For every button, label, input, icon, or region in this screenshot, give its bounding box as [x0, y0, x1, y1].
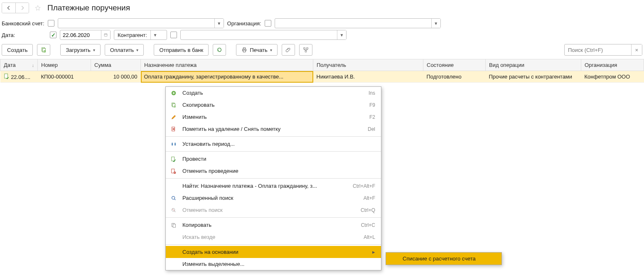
caret-down-icon: ▾ [136, 48, 138, 52]
cell-operation-type[interactable]: Прочие расчеты с контрагентами [486, 71, 581, 83]
col-sum-label: Сумма [94, 62, 111, 68]
cell-date-value: 22.06.... [11, 74, 30, 80]
bank-account-label: Банковский счет: [2, 20, 44, 27]
arrow-left-icon [6, 5, 12, 11]
printer-icon [241, 47, 247, 53]
col-operation-type-label: Вид операции [489, 62, 524, 68]
bank-account-input[interactable] [58, 19, 214, 28]
load-label: Загрузить [66, 47, 90, 53]
arrow-right-icon [20, 5, 25, 11]
org-label: Организация: [227, 20, 261, 27]
caret-down-icon: ▾ [93, 48, 95, 52]
send-to-bank-label: Отправить в банк [159, 47, 203, 53]
page-title: Платежные поручения [47, 3, 130, 12]
filter-row-1: Банковский счет: ▼ Организация: ▼ [0, 17, 644, 29]
date-input[interactable] [60, 30, 101, 39]
caret-down-icon: ▼ [217, 21, 221, 26]
paperclip-icon [285, 47, 291, 53]
structure-icon [303, 47, 309, 53]
svg-rect-11 [307, 48, 308, 49]
table-row[interactable]: 22.06.... КП00-000001 10 000,00 Оплата г… [0, 71, 644, 83]
cell-sum[interactable]: 10 000,00 [91, 71, 141, 83]
copy-doc-button[interactable] [37, 44, 50, 56]
attachment-button[interactable] [282, 44, 295, 56]
table-header-row: Дата↓ Номер Сумма Назначение платежа Пол… [0, 59, 644, 71]
sort-down-icon: ↓ [32, 63, 34, 68]
header-bar: Платежные поручения [0, 0, 644, 17]
cell-status[interactable]: Подготовлено [423, 71, 486, 83]
col-recipient[interactable]: Получатель [313, 59, 423, 71]
counterparty-label-combo: Контрагент: ▼ [114, 30, 167, 40]
col-status-label: Состояние [427, 62, 454, 68]
counterparty-label: Контрагент: [114, 32, 150, 38]
col-recipient-label: Получатель [317, 62, 346, 68]
caret-down-icon: ▾ [270, 48, 272, 52]
refresh-button[interactable] [213, 44, 226, 56]
col-date[interactable]: Дата↓ [0, 59, 38, 71]
filter-row-2: Дата: Контрагент: ▼ ▼ [0, 29, 644, 41]
svg-rect-13 [4, 74, 7, 79]
org-dropdown[interactable]: ▼ [431, 19, 440, 28]
search-box[interactable]: × [564, 44, 642, 56]
col-sum[interactable]: Сумма [91, 59, 141, 71]
date-checkbox[interactable] [50, 32, 57, 38]
org-checkbox[interactable] [265, 20, 271, 27]
counterparty-combo[interactable]: ▼ [180, 30, 347, 40]
org-combo[interactable]: ▼ [275, 18, 441, 28]
col-operation-type[interactable]: Вид операции [486, 59, 581, 71]
cell-date[interactable]: 22.06.... [0, 71, 38, 83]
caret-down-icon: ▼ [153, 33, 157, 37]
bank-account-combo[interactable]: ▼ [58, 18, 224, 28]
search-input[interactable] [565, 47, 631, 53]
caret-down-icon: ▼ [434, 21, 438, 26]
create-button[interactable]: Создать [2, 44, 33, 56]
pay-label: Оплатить [110, 47, 134, 53]
cell-number[interactable]: КП00-000001 [38, 71, 91, 83]
svg-rect-0 [104, 34, 107, 36]
col-purpose[interactable]: Назначение платежа [141, 59, 313, 71]
col-org[interactable]: Организация [581, 59, 644, 71]
nav-group [2, 2, 29, 13]
refresh-icon [216, 47, 222, 53]
col-date-label: Дата [4, 62, 16, 68]
forward-button[interactable] [15, 3, 29, 13]
col-purpose-label: Назначение платежа [144, 62, 197, 68]
favorite-button[interactable] [32, 2, 43, 13]
col-status[interactable]: Состояние [423, 59, 486, 71]
svg-rect-10 [304, 48, 305, 49]
document-status-icon [4, 73, 10, 80]
clear-search-button[interactable]: × [631, 44, 642, 55]
cell-purpose[interactable]: Оплата гражданину, зарегистрированному в… [141, 71, 313, 83]
structure-button[interactable] [299, 44, 312, 56]
calendar-icon [104, 32, 108, 38]
cell-org[interactable]: Конфетпром ООО [581, 71, 644, 83]
svg-rect-8 [243, 48, 246, 49]
send-to-bank-button[interactable]: Отправить в банк [154, 44, 209, 56]
create-label: Создать [7, 47, 27, 53]
print-label: Печать [250, 47, 268, 53]
bank-account-dropdown[interactable]: ▼ [214, 19, 224, 28]
col-org-label: Организация [585, 62, 617, 68]
copy-doc-icon [41, 47, 47, 53]
date-combo[interactable] [60, 30, 111, 40]
counterparty-dropdown[interactable]: ▼ [337, 30, 346, 39]
svg-rect-9 [243, 50, 246, 52]
col-number-label: Номер [41, 62, 58, 68]
col-number[interactable]: Номер [38, 59, 91, 71]
cell-recipient[interactable]: Никитаева И.В. [313, 71, 423, 83]
counterparty-label-dropdown[interactable]: ▼ [150, 30, 160, 39]
payment-orders-table: Дата↓ Номер Сумма Назначение платежа Пол… [0, 59, 644, 83]
bank-account-checkbox[interactable] [48, 20, 54, 27]
org-input[interactable] [275, 19, 431, 28]
pay-button[interactable]: Оплатить ▾ [105, 44, 144, 56]
load-button[interactable]: Загрузить ▾ [60, 44, 100, 56]
back-button[interactable] [2, 3, 15, 13]
svg-rect-12 [305, 51, 307, 52]
caret-down-icon: ▼ [340, 33, 344, 37]
date-picker-button[interactable] [101, 30, 110, 39]
counterparty-checkbox[interactable] [170, 32, 177, 38]
counterparty-input[interactable] [181, 30, 337, 39]
star-icon [35, 4, 41, 12]
date-label: Дата: [2, 32, 47, 38]
print-button[interactable]: Печать ▾ [236, 44, 278, 56]
